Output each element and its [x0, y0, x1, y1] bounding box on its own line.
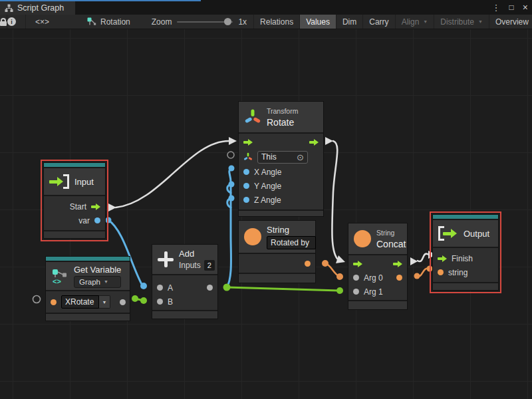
- port-row-finish[interactable]: Finish: [433, 251, 498, 265]
- node-title: Get Variable: [74, 265, 121, 275]
- port-row-y-angle[interactable]: Y Angle: [239, 179, 323, 193]
- values-button[interactable]: Values: [299, 15, 336, 29]
- this-target-field[interactable]: This ⊙: [257, 151, 308, 164]
- inputs-label: Inputs: [179, 261, 201, 270]
- flow-in-port[interactable]: [353, 261, 362, 267]
- tab-script-graph[interactable]: Script Graph: [0, 1, 75, 15]
- relations-button[interactable]: Relations: [253, 15, 299, 29]
- unconnected-port-ring[interactable]: [33, 296, 41, 303]
- wire-concat-exit-to-output-finish[interactable]: [418, 254, 429, 261]
- flow-row[interactable]: [348, 257, 407, 271]
- flow-row[interactable]: [239, 135, 323, 149]
- value-in-port[interactable]: [438, 269, 444, 275]
- distribute-dropdown[interactable]: Distribute▼: [434, 15, 489, 29]
- node-input[interactable]: Input Start var: [43, 162, 106, 239]
- value-in-port[interactable]: [243, 197, 249, 203]
- value-in-port[interactable]: [157, 285, 163, 291]
- title-bar: Script Graph ⋮ □ ×: [0, 0, 532, 15]
- node-accent-strip: [44, 163, 105, 167]
- port-row-value[interactable]: [239, 254, 315, 273]
- node-get-variable[interactable]: <> Get Variable Graph ▼ XRotate ▼: [45, 256, 130, 321]
- variable-name-field[interactable]: XRotate: [61, 295, 99, 309]
- chevron-down-icon: ▼: [102, 300, 107, 305]
- value-out-port[interactable]: [305, 261, 311, 267]
- node-concat[interactable]: String Concat Arg 0 Arg 1: [348, 223, 408, 310]
- value-in-port[interactable]: [51, 299, 57, 305]
- inputs-count-field[interactable]: 2: [204, 260, 215, 271]
- port-row-arg1[interactable]: Arg 1: [348, 285, 407, 299]
- value-in-port[interactable]: [353, 289, 359, 295]
- variable-name-dropdown[interactable]: ▼: [99, 295, 110, 309]
- wire-endpoint: [336, 273, 343, 280]
- node-add[interactable]: Add Inputs 2 A B: [152, 244, 218, 319]
- port-row-b[interactable]: B: [152, 295, 217, 309]
- window-menu-icon[interactable]: ⋮: [492, 3, 501, 13]
- value-in-port[interactable]: [243, 169, 249, 175]
- output-unit-icon: [438, 226, 458, 241]
- port-row-z-angle[interactable]: Z Angle: [239, 193, 323, 207]
- node-title: Output: [464, 229, 489, 239]
- node-string-literal[interactable]: String Rotated by: [238, 220, 316, 283]
- string-type-icon: [354, 230, 371, 247]
- get-variable-icon: <>: [51, 267, 68, 285]
- window-maximize-icon[interactable]: □: [509, 3, 514, 12]
- flow-out-port[interactable]: [309, 139, 319, 146]
- wire-rotate-exit-to-concat-enter[interactable]: [332, 141, 337, 259]
- wire-endpoint: [322, 260, 329, 267]
- overview-button[interactable]: Overview: [489, 15, 532, 29]
- port-label: X Angle: [254, 168, 281, 177]
- graph-canvas[interactable]: Input Start var <>: [0, 29, 532, 399]
- node-output[interactable]: Output Finish string: [432, 214, 499, 291]
- zoom-slider[interactable]: [177, 21, 233, 23]
- wire-input-start-to-rotate-enter[interactable]: [116, 141, 229, 207]
- port-row-x-angle[interactable]: X Angle: [239, 165, 323, 179]
- flow-in-port[interactable]: [243, 139, 253, 146]
- dim-button[interactable]: Dim: [336, 15, 362, 29]
- port-row-this[interactable]: This ⊙: [239, 149, 323, 165]
- port-row-a[interactable]: A: [152, 281, 217, 295]
- zoom-slider-knob[interactable]: [224, 18, 231, 25]
- port-label: string: [448, 268, 467, 277]
- wire-add-sum-to-concat-arg1[interactable]: [227, 287, 340, 291]
- flow-in-port[interactable]: [438, 255, 447, 262]
- value-out-port[interactable]: [94, 217, 100, 223]
- chevron-down-icon: ▼: [104, 279, 108, 284]
- code-preview-button[interactable]: <×>: [25, 15, 59, 29]
- graph-breadcrumb[interactable]: Rotation: [80, 15, 137, 29]
- value-out-port[interactable]: [120, 299, 126, 305]
- selection-border-output: Output Finish string: [430, 211, 501, 293]
- inspect-button[interactable]: i: [7, 15, 16, 29]
- string-value-field[interactable]: Rotated by: [267, 236, 316, 249]
- value-out-port[interactable]: [207, 285, 213, 291]
- align-dropdown[interactable]: Align▼: [395, 15, 434, 29]
- node-footer: [348, 301, 407, 309]
- value-out-port[interactable]: [396, 275, 402, 281]
- carry-button[interactable]: Carry: [362, 15, 394, 29]
- object-picker-icon[interactable]: ⊙: [297, 152, 304, 162]
- string-type-icon: [244, 228, 261, 245]
- lock-icon: [0, 18, 7, 26]
- code-icon: <×>: [35, 17, 49, 27]
- value-in-port[interactable]: [353, 275, 359, 281]
- port-row-start[interactable]: Start: [44, 200, 105, 213]
- unconnected-port-ring[interactable]: [227, 152, 234, 158]
- port-row-arg0[interactable]: Arg 0: [348, 271, 407, 285]
- value-in-port[interactable]: [157, 299, 163, 305]
- node-title: Input: [74, 177, 94, 187]
- flow-out-port[interactable]: [91, 203, 100, 210]
- flow-out-port[interactable]: [393, 261, 402, 267]
- port-row-string[interactable]: string: [433, 265, 498, 279]
- port-row-variable[interactable]: XRotate ▼: [46, 295, 130, 309]
- zoom-value: 1x: [238, 17, 247, 27]
- wire-start-arrow: [108, 203, 116, 211]
- value-in-port[interactable]: [243, 183, 249, 189]
- variable-scope-dropdown[interactable]: Graph ▼: [74, 276, 121, 288]
- window-close-icon[interactable]: ×: [523, 2, 528, 13]
- port-row-var[interactable]: var: [44, 213, 105, 227]
- zoom-label: Zoom: [152, 17, 172, 27]
- lock-button[interactable]: [0, 15, 7, 29]
- node-rotate[interactable]: Transform Rotate This ⊙: [238, 101, 324, 217]
- info-icon: i: [7, 17, 16, 26]
- node-footer: [239, 211, 323, 216]
- tab-title: Script Graph: [17, 3, 64, 13]
